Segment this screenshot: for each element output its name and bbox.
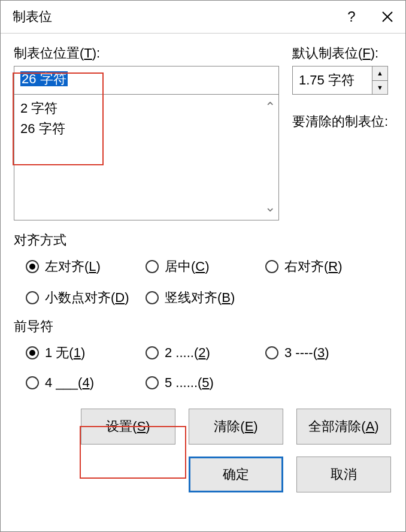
radio-align-bar[interactable]: 竖线对齐(B) [146, 289, 265, 307]
radio-label: 2 .....(2) [165, 345, 210, 361]
radio-icon [26, 260, 39, 273]
list-item[interactable]: 2 字符 [20, 98, 272, 119]
action-button-row: 设置(S) 清除(E) 全部清除(A) [14, 409, 392, 445]
radio-label: 4 ___(4) [45, 375, 94, 391]
radio-icon [265, 346, 278, 359]
cancel-button[interactable]: 取消 [296, 457, 391, 492]
spinner-up-button[interactable]: ▲ [372, 66, 387, 81]
default-tab-spinner[interactable]: 1.75 字符 ▲ ▼ [292, 66, 388, 95]
radio-leader-2[interactable]: 2 .....(2) [146, 344, 265, 362]
radio-label: 居中(C) [165, 258, 210, 276]
close-button[interactable] [369, 1, 405, 34]
top-row: 制表位位置(T): 26 字符 2 字符 26 字符 ⌃ ⌄ 默认制表位(F):… [14, 44, 392, 220]
radio-icon [265, 260, 278, 273]
ok-button[interactable]: 确定 [189, 457, 283, 492]
tab-position-value: 26 字符 [20, 71, 68, 86]
list-item[interactable]: 26 字符 [20, 119, 272, 139]
radio-icon [146, 376, 159, 389]
radio-align-right[interactable]: 右对齐(R) [265, 258, 385, 276]
radio-label: 右对齐(R) [284, 258, 343, 276]
radio-leader-1[interactable]: 1 无(1) [26, 344, 146, 362]
radio-label: 小数点对齐(D) [45, 289, 129, 307]
radio-icon [26, 291, 39, 304]
dialog-content: 制表位位置(T): 26 字符 2 字符 26 字符 ⌃ ⌄ 默认制表位(F):… [1, 34, 405, 492]
radio-align-left[interactable]: 左对齐(L) [26, 258, 146, 276]
radio-icon [26, 346, 39, 359]
radio-icon [146, 260, 159, 273]
clear-all-button[interactable]: 全部清除(A) [296, 409, 391, 445]
scroll-down-icon[interactable]: ⌄ [265, 197, 275, 217]
dialog-button-row: 确定 取消 [14, 457, 392, 492]
clear-button[interactable]: 清除(E) [189, 409, 283, 445]
alignment-group: 左对齐(L) 居中(C) 右对齐(R) 小数点对齐(D) 竖线对齐(B) [26, 258, 392, 307]
radio-label: 5 ......(5) [165, 375, 214, 391]
radio-label: 3 ----(3) [284, 345, 329, 361]
tab-position-list[interactable]: 2 字符 26 字符 ⌃ ⌄ [14, 95, 279, 220]
tabs-dialog: 制表位 ? 制表位位置(T): 26 字符 2 字符 26 字符 ⌃ ⌄ [0, 0, 406, 532]
tab-position-input[interactable]: 26 字符 [14, 66, 279, 95]
alignment-section-label: 对齐方式 [14, 231, 392, 249]
radio-label: 左对齐(L) [45, 258, 101, 276]
radio-label: 竖线对齐(B) [165, 289, 235, 307]
title-bar: 制表位 ? [1, 1, 405, 34]
radio-leader-4[interactable]: 4 ___(4) [26, 375, 146, 391]
spinner-down-button[interactable]: ▼ [372, 81, 387, 95]
close-icon [381, 10, 394, 23]
default-tab-label: 默认制表位(F): [292, 44, 392, 62]
to-clear-label: 要清除的制表位: [292, 113, 392, 131]
radio-icon [26, 376, 39, 389]
radio-icon [146, 291, 159, 304]
leader-group: 1 无(1) 2 .....(2) 3 ----(3) 4 ___(4) 5 .… [26, 344, 392, 391]
default-tab-value: 1.75 字符 [293, 66, 372, 94]
radio-icon [146, 346, 159, 359]
scrollbar[interactable]: ⌃ ⌄ [262, 95, 278, 220]
tab-position-label: 制表位位置(T): [14, 44, 283, 62]
tab-position-column: 制表位位置(T): 26 字符 2 字符 26 字符 ⌃ ⌄ [14, 44, 283, 220]
leader-section-label: 前导符 [14, 318, 392, 335]
scroll-up-icon[interactable]: ⌃ [265, 97, 275, 117]
help-button[interactable]: ? [334, 1, 369, 34]
radio-leader-3[interactable]: 3 ----(3) [265, 344, 385, 362]
radio-align-decimal[interactable]: 小数点对齐(D) [26, 289, 146, 307]
radio-leader-5[interactable]: 5 ......(5) [146, 375, 265, 391]
radio-align-center[interactable]: 居中(C) [146, 258, 265, 276]
radio-label: 1 无(1) [45, 344, 85, 362]
set-button[interactable]: 设置(S) [81, 409, 175, 445]
dialog-title: 制表位 [13, 8, 334, 26]
default-tab-column: 默认制表位(F): 1.75 字符 ▲ ▼ 要清除的制表位: [283, 44, 392, 220]
spinner-buttons: ▲ ▼ [372, 66, 387, 94]
